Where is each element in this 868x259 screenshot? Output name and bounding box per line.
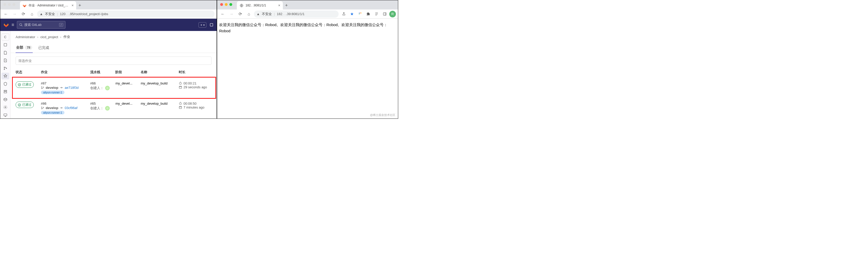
stage-name: my_devel... xyxy=(115,102,141,106)
traffic-min[interactable] xyxy=(225,3,227,6)
filter-input[interactable] xyxy=(16,57,212,65)
svg-rect-24 xyxy=(360,13,361,13)
job-id[interactable]: #86 xyxy=(41,102,90,106)
globe-icon xyxy=(239,3,244,7)
star-icon[interactable]: ★ xyxy=(348,10,355,18)
runner-tag[interactable]: aliyun-runner-1 xyxy=(41,91,64,94)
reload-button[interactable]: ⟳ xyxy=(20,10,27,18)
pipeline-id[interactable]: #65 xyxy=(90,102,116,106)
traffic-lights xyxy=(3,3,20,9)
commit-sha[interactable]: ae718f3d xyxy=(65,86,79,90)
branch-name[interactable]: develop xyxy=(46,86,58,90)
share-icon[interactable] xyxy=(340,10,347,18)
svg-point-20 xyxy=(179,103,182,105)
job-name[interactable]: my_develop_build xyxy=(141,81,179,85)
address-bar[interactable]: ▲ 不安全 | 120.....95/root/cicd_project/-/j… xyxy=(37,10,215,18)
create-new-button[interactable]: + ▾ xyxy=(198,22,207,28)
address-bar[interactable]: ▲ 不安全 | 182.....39:8081/1/1 xyxy=(254,10,339,18)
pipeline-id[interactable]: #66 xyxy=(90,81,116,85)
issues-icon[interactable] xyxy=(210,23,214,27)
hamburger-menu-icon[interactable]: ≡ xyxy=(11,22,14,28)
calendar-icon xyxy=(179,85,182,89)
svg-point-6 xyxy=(5,107,6,108)
branch-name[interactable]: develop xyxy=(46,106,58,110)
status-badge[interactable]: 已通过 xyxy=(16,81,34,88)
forward-button[interactable]: → xyxy=(228,10,235,18)
sidebar-item-security[interactable] xyxy=(2,80,9,87)
sidebar-item-infra[interactable] xyxy=(2,104,9,111)
svg-point-10 xyxy=(41,88,42,89)
jobs-tabs: 全部 78 已完成 xyxy=(10,43,217,53)
browser-tab[interactable]: 作业 · Administrator / cicd_pro… × xyxy=(20,1,76,9)
home-button[interactable]: ⌂ xyxy=(28,10,35,18)
forward-button[interactable]: → xyxy=(11,10,18,18)
sidebar-item-deploy[interactable] xyxy=(2,88,9,95)
sidebar-item-project[interactable] xyxy=(2,41,9,48)
job-id[interactable]: #87 xyxy=(41,81,90,85)
creator-label: 创建人： xyxy=(90,86,103,90)
tab-all[interactable]: 全部 78 xyxy=(16,43,33,53)
svg-point-4 xyxy=(4,69,5,69)
gitlab-main: Administrator › cicd_project › 作业 全部 78 … xyxy=(10,31,217,118)
browser-tab[interactable]: 182...:8081/1/1 × xyxy=(237,1,283,9)
new-tab-button[interactable]: + xyxy=(76,1,83,9)
col-duration: 时长 xyxy=(179,70,212,75)
sidebar-icon[interactable] xyxy=(381,10,388,18)
traffic-max[interactable] xyxy=(12,3,16,6)
creator-avatar[interactable] xyxy=(105,86,110,90)
sidebar-item-packages[interactable] xyxy=(2,96,9,103)
watermark: @稀土掘金技术社区 xyxy=(370,113,395,117)
back-button[interactable]: ← xyxy=(2,10,9,18)
sidebar-item-cicd[interactable] xyxy=(2,73,9,80)
traffic-min[interactable] xyxy=(8,3,11,6)
sidebar-item-merge[interactable] xyxy=(2,65,9,71)
job-row[interactable]: 已通过 #87 develop ae718f3d aliyun-runner-1… xyxy=(10,78,217,98)
job-row[interactable]: 已通过 #86 develop 03cf96af aliyun-runner-1… xyxy=(10,98,217,118)
svg-point-13 xyxy=(179,82,182,85)
breadcrumb-project[interactable]: cicd_project xyxy=(40,35,58,39)
extensions-icon[interactable] xyxy=(365,10,372,18)
sidebar-project-letter[interactable]: C xyxy=(2,33,9,40)
breadcrumb-sep: › xyxy=(60,35,61,39)
tab-close-icon[interactable]: × xyxy=(278,3,280,7)
profile-avatar[interactable]: R xyxy=(389,11,396,18)
svg-point-0 xyxy=(20,24,22,26)
window-titlebar: 182...:8081/1/1 × + xyxy=(217,0,398,9)
traffic-max[interactable] xyxy=(229,3,232,6)
svg-rect-27 xyxy=(383,13,386,16)
home-button[interactable]: ⌂ xyxy=(245,10,252,18)
tab-close-icon[interactable]: × xyxy=(72,3,74,7)
tab-finished-label: 已完成 xyxy=(38,46,49,50)
sidebar-item-repo[interactable] xyxy=(2,49,9,56)
not-secure-label: 不安全 xyxy=(262,12,272,17)
not-secure-icon: ▲ xyxy=(256,12,260,16)
sidebar-item-monitor[interactable] xyxy=(2,112,9,118)
status-badge[interactable]: 已通过 xyxy=(16,102,34,108)
traffic-close[interactable] xyxy=(220,3,223,6)
sidebar-item-issues[interactable] xyxy=(2,57,9,64)
apps-icon[interactable] xyxy=(356,10,364,18)
traffic-close[interactable] xyxy=(3,3,6,6)
commit-sha[interactable]: 03cf96af xyxy=(65,106,78,110)
svg-rect-1 xyxy=(210,24,213,26)
search-shortcut-badge: / xyxy=(59,23,63,27)
svg-point-5 xyxy=(6,68,7,68)
job-name[interactable]: my_develop_build xyxy=(141,102,179,106)
creator-avatar[interactable] xyxy=(105,106,110,111)
col-name: 名称 xyxy=(141,70,179,75)
runner-tag[interactable]: aliyun-runner-1 xyxy=(41,111,64,114)
svg-rect-14 xyxy=(179,86,182,89)
tab-finished[interactable]: 已完成 xyxy=(38,43,50,53)
reload-button[interactable]: ⟳ xyxy=(237,10,244,18)
svg-point-3 xyxy=(4,67,5,67)
new-tab-button[interactable]: + xyxy=(283,1,290,9)
breadcrumb-admin[interactable]: Administrator xyxy=(16,35,35,39)
tab-title: 182...:8081/1/1 xyxy=(246,4,276,7)
gitlab-logo-icon[interactable] xyxy=(3,22,9,28)
reading-list-icon[interactable] xyxy=(373,10,380,18)
tab-all-label: 全部 xyxy=(16,45,23,50)
gitlab-search[interactable]: 搜索 GitLab / xyxy=(17,21,65,29)
back-button[interactable]: ← xyxy=(219,10,226,18)
svg-rect-2 xyxy=(4,44,7,46)
creator-label: 创建人： xyxy=(90,106,103,111)
